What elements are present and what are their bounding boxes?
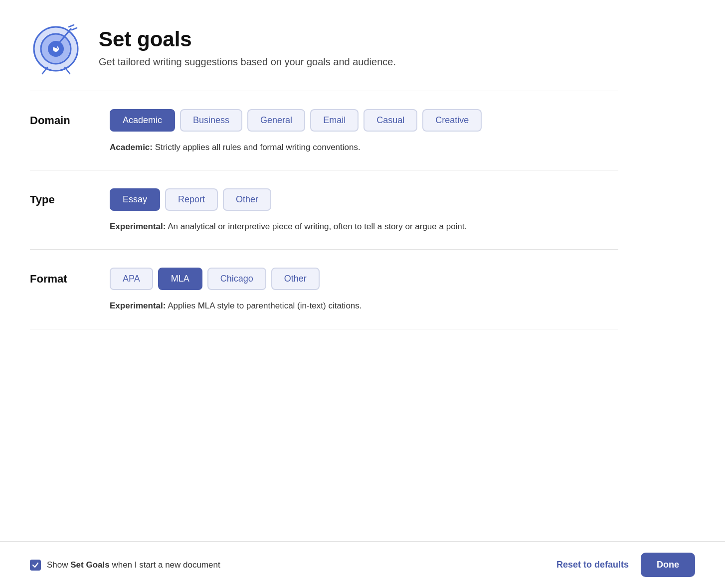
type-report-btn[interactable]: Report (165, 188, 218, 211)
header-section: Set goals Get tailored writing suggestio… (30, 20, 618, 75)
footer-left: Show Set Goals when I start a new docume… (30, 560, 220, 571)
checkbox-label: Show Set Goals when I start a new docume… (47, 560, 220, 570)
type-description-text: An analytical or interpretive piece of w… (166, 222, 467, 231)
domain-email-btn[interactable]: Email (310, 109, 359, 132)
format-section: Format APA MLA Chicago Other Experimenta… (30, 250, 618, 329)
page-title: Set goals (99, 27, 396, 51)
domain-button-group: Academic Business General Email Casual C… (110, 109, 618, 132)
checkbox-label-bold: Set Goals (70, 560, 109, 570)
format-content: APA MLA Chicago Other Experimental: Appl… (110, 268, 618, 312)
domain-academic-btn[interactable]: Academic (110, 109, 175, 132)
domain-business-btn[interactable]: Business (180, 109, 242, 132)
reset-button[interactable]: Reset to defaults (556, 560, 629, 570)
format-description-text: Applies MLA style to parenthetical (in-t… (166, 301, 362, 310)
type-essay-btn[interactable]: Essay (110, 188, 160, 211)
format-button-group: APA MLA Chicago Other (110, 268, 618, 290)
type-description: Experimental: An analytical or interpret… (110, 220, 534, 233)
checkbox-label-end: when I start a new document (110, 560, 220, 570)
domain-description: Academic: Strictly applies all rules and… (110, 141, 534, 154)
type-label: Type (30, 188, 90, 206)
done-button[interactable]: Done (641, 553, 695, 577)
domain-description-label: Academic: (110, 143, 153, 152)
format-other-btn[interactable]: Other (271, 268, 320, 290)
domain-section: Domain Academic Business General Email C… (30, 91, 618, 170)
type-other-btn[interactable]: Other (223, 188, 271, 211)
footer-right: Reset to defaults Done (556, 553, 695, 577)
format-apa-btn[interactable]: APA (110, 268, 153, 290)
checkbox-label-start: Show (47, 560, 70, 570)
header-text: Set goals Get tailored writing suggestio… (99, 27, 396, 68)
format-description-label: Experimental: (110, 301, 166, 310)
show-goals-checkbox[interactable] (30, 560, 41, 571)
format-description: Experimental: Applies MLA style to paren… (110, 299, 534, 312)
format-mla-btn[interactable]: MLA (158, 268, 202, 290)
page-subtitle: Get tailored writing suggestions based o… (99, 56, 396, 68)
domain-general-btn[interactable]: General (247, 109, 305, 132)
svg-line-9 (72, 28, 77, 30)
type-content: Essay Report Other Experimental: An anal… (110, 188, 618, 233)
type-description-label: Experimental: (110, 222, 166, 231)
domain-content: Academic Business General Email Casual C… (110, 109, 618, 154)
footer: Show Set Goals when I start a new docume… (0, 541, 725, 588)
domain-description-text: Strictly applies all rules and formal wr… (153, 143, 361, 152)
type-button-group: Essay Report Other (110, 188, 618, 211)
type-section: Type Essay Report Other Experimental: An… (30, 170, 618, 250)
format-label: Format (30, 268, 90, 286)
format-chicago-btn[interactable]: Chicago (207, 268, 266, 290)
domain-creative-btn[interactable]: Creative (422, 109, 482, 132)
domain-label: Domain (30, 109, 90, 127)
svg-line-8 (69, 25, 74, 27)
target-icon (30, 20, 85, 75)
domain-casual-btn[interactable]: Casual (363, 109, 417, 132)
